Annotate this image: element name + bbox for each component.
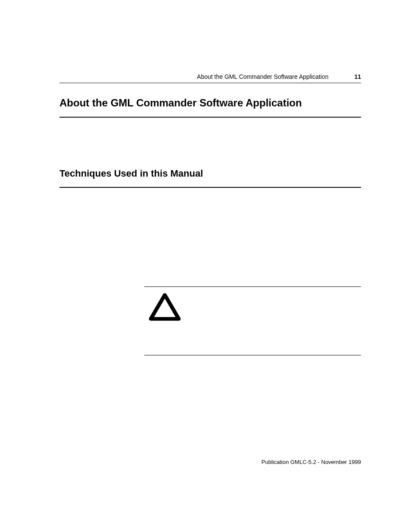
sub-heading: Techniques Used in this Manual: [59, 168, 361, 188]
attention-callout: [144, 286, 361, 355]
page-header: About the GML Commander Software Applica…: [59, 73, 361, 83]
page-number: 11: [354, 73, 361, 80]
attention-triangle-icon: [149, 293, 181, 323]
publication-footer: Publication GMLC-5.2 - November 1999: [262, 459, 361, 465]
main-heading: About the GML Commander Software Applica…: [59, 97, 361, 118]
running-title: About the GML Commander Software Applica…: [197, 73, 328, 80]
